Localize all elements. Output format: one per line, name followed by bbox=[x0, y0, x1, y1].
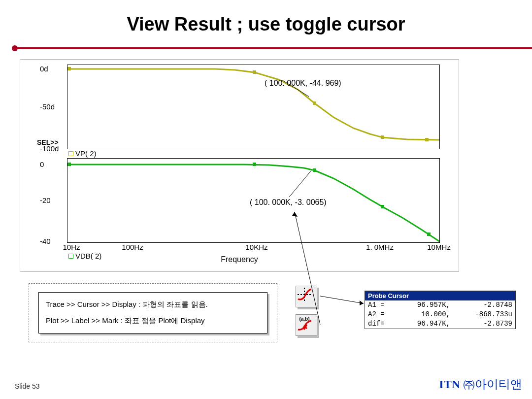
probe-cell: dif= bbox=[368, 319, 394, 329]
probe-title: Probe Cursor bbox=[365, 291, 515, 300]
probe-cell: -868.733u bbox=[450, 310, 512, 319]
probe-cell: -2.8739 bbox=[450, 319, 512, 329]
probe-cell: 10.000, bbox=[394, 310, 450, 319]
probe-row-a1: A1 = 96.957K, -2.8748 bbox=[365, 300, 515, 310]
probe-row-a2: A2 = 10.000, -868.733u bbox=[365, 310, 515, 319]
brand-en: ITN bbox=[439, 378, 463, 391]
svg-line-17 bbox=[320, 296, 364, 303]
probe-cell: A1 = bbox=[368, 300, 394, 310]
probe-cell: 96.947K, bbox=[394, 319, 450, 329]
brand-kr: ㈜아이티앤 bbox=[463, 377, 522, 391]
probe-cell: A2 = bbox=[368, 310, 394, 319]
probe-cell: -2.8748 bbox=[450, 300, 512, 310]
probe-cell: 96.957K, bbox=[394, 300, 450, 310]
svg-marker-20 bbox=[292, 212, 298, 217]
probe-cursor-window: Probe Cursor A1 = 96.957K, -2.8748 A2 = … bbox=[365, 291, 516, 329]
probe-row-dif: dif= 96.947K, -2.8739 bbox=[365, 319, 515, 329]
slide-number: Slide 53 bbox=[15, 382, 40, 390]
svg-marker-18 bbox=[360, 300, 364, 305]
brand-footer: ITN ㈜아이티앤 bbox=[439, 376, 522, 392]
svg-line-19 bbox=[295, 212, 320, 325]
